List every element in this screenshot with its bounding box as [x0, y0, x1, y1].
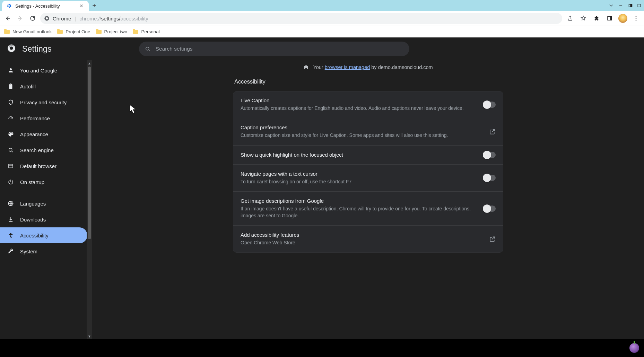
bookmark-item[interactable]: New Gmail outlook: [4, 29, 52, 34]
globe-icon: [8, 200, 14, 207]
sidebar-item-label: You and Google: [20, 68, 57, 73]
bookmarks-bar: New Gmail outlook Project One Project tw…: [0, 26, 644, 37]
profile-avatar[interactable]: [618, 13, 628, 24]
image-descriptions-toggle[interactable]: [483, 206, 496, 212]
sidebar-item-downloads[interactable]: Downloads: [0, 211, 87, 227]
sidebar-item-search-engine[interactable]: Search engine: [0, 142, 87, 158]
row-subtitle: Automatically creates captions for Engli…: [241, 105, 477, 112]
sidebar-item-label: Privacy and security: [20, 99, 67, 105]
live-caption-toggle[interactable]: [483, 102, 496, 108]
window-minimize-button[interactable]: [618, 3, 623, 8]
browser-tab[interactable]: Settings - Accessibility: [2, 1, 89, 11]
omnibox-url: chrome://settings/accessibility: [79, 16, 148, 21]
sidebar-item-system[interactable]: System: [0, 243, 87, 259]
row-subtitle: Customize caption size and style for Liv…: [241, 132, 482, 139]
managed-banner: Your browser is managed by demo.damsoncl…: [92, 60, 644, 76]
search-icon: [145, 46, 151, 52]
sidebar-item-languages[interactable]: Languages: [0, 195, 87, 211]
managed-link[interactable]: browser is managed: [325, 64, 370, 70]
svg-rect-14: [9, 164, 13, 168]
svg-point-4: [46, 17, 48, 19]
sidebar-item-label: System: [20, 249, 37, 254]
row-caption-preferences[interactable]: Caption preferences Customize caption si…: [233, 118, 503, 145]
sidebar-item-on-startup[interactable]: On startup: [0, 174, 87, 190]
sidebar-item-default-browser[interactable]: Default browser: [0, 158, 87, 174]
focus-highlight-toggle[interactable]: [483, 152, 496, 158]
svg-rect-1: [629, 5, 630, 7]
row-title: Navigate pages with a text cursor: [241, 171, 477, 177]
scroll-down-icon[interactable]: ▼: [87, 333, 92, 339]
scrollbar-thumb[interactable]: [88, 67, 91, 239]
svg-point-12: [146, 47, 149, 50]
extensions-button[interactable]: [591, 13, 602, 24]
row-subtitle: To turn caret browsing on or off, use th…: [241, 178, 477, 185]
window-maximize-icon[interactable]: [637, 3, 641, 8]
bookmark-item[interactable]: Personal: [133, 29, 159, 34]
row-subtitle: If an image doesn't have a useful descri…: [241, 205, 477, 219]
back-button[interactable]: [3, 14, 12, 23]
row-title: Caption preferences: [241, 124, 482, 130]
svg-point-7: [636, 16, 637, 17]
person-icon: [8, 67, 14, 73]
accessibility-icon: [8, 232, 14, 238]
window-restore-icon[interactable]: [627, 3, 634, 8]
svg-rect-6: [610, 17, 612, 20]
window-snap-group: [627, 3, 641, 8]
avatar-icon: [618, 14, 627, 23]
open-external-icon: [489, 128, 496, 135]
site-identity[interactable]: Chrome: [44, 15, 71, 21]
chrome-menu-button[interactable]: [631, 13, 641, 24]
side-panel-button[interactable]: [604, 13, 615, 24]
wrench-icon: [8, 248, 14, 254]
page-title: Settings: [22, 44, 52, 54]
section-heading: Accessibility: [234, 78, 503, 85]
forward-button[interactable]: [15, 14, 25, 23]
sidebar-item-label: Appearance: [20, 131, 48, 137]
sidebar-item-you-and-google[interactable]: You and Google: [0, 62, 87, 78]
sidebar-item-label: Performance: [20, 115, 50, 121]
sidebar-item-autofill[interactable]: Autofill: [0, 78, 87, 94]
taskbar-app-icon[interactable]: [629, 343, 639, 353]
window-icon: [8, 163, 14, 169]
clipboard-icon: [8, 83, 14, 89]
row-title: Live Caption: [241, 97, 477, 103]
scroll-up-icon[interactable]: ▲: [87, 60, 92, 66]
bookmark-star-button[interactable]: [578, 13, 589, 24]
row-add-accessibility-features[interactable]: Add accessibility features Open Chrome W…: [233, 226, 503, 252]
sidebar-item-label: Default browser: [20, 163, 56, 169]
settings-card: Live Caption Automatically creates capti…: [233, 91, 503, 253]
text-cursor-toggle[interactable]: [483, 175, 496, 181]
window-title-bar: Settings - Accessibility: [0, 0, 644, 11]
gear-icon: [6, 3, 12, 9]
close-tab-button[interactable]: [78, 3, 85, 9]
omnibox-separator: |: [75, 16, 76, 21]
sidebar-scrollbar[interactable]: ▲ ▼: [87, 60, 92, 339]
download-icon: [8, 216, 14, 223]
sidebar-item-label: Accessibility: [20, 233, 49, 238]
new-tab-button[interactable]: [89, 0, 100, 11]
title-bar-drag-region[interactable]: [100, 0, 608, 11]
bookmark-item[interactable]: Project One: [57, 29, 90, 34]
sidebar-item-privacy-security[interactable]: Privacy and security: [0, 94, 87, 110]
sidebar-separator: [0, 190, 92, 195]
reload-button[interactable]: [28, 14, 37, 23]
share-button[interactable]: [565, 13, 575, 24]
row-focus-highlight: Show a quick highlight on the focused ob…: [233, 146, 503, 165]
settings-header: Settings: [0, 37, 644, 60]
svg-point-11: [10, 46, 13, 50]
sidebar-item-performance[interactable]: Performance: [0, 110, 87, 126]
address-bar[interactable]: Chrome | chrome://settings/accessibility: [40, 13, 562, 24]
settings-app: Settings You and Google Autofill: [0, 37, 644, 339]
tab-search-button[interactable]: [608, 2, 614, 9]
sidebar-item-label: Search engine: [20, 147, 54, 153]
bookmark-item[interactable]: Project two: [96, 29, 128, 34]
sidebar-item-accessibility[interactable]: Accessibility: [0, 227, 87, 243]
settings-search-input[interactable]: [156, 46, 404, 52]
bookmark-label: Project One: [66, 29, 90, 34]
settings-search[interactable]: [139, 42, 409, 56]
settings-content: Your browser is managed by demo.damsoncl…: [92, 60, 644, 339]
row-live-caption: Live Caption Automatically creates capti…: [233, 91, 503, 118]
sidebar-item-appearance[interactable]: Appearance: [0, 126, 87, 142]
row-text-cursor: Navigate pages with a text cursor To tur…: [233, 165, 503, 192]
browser-toolbar: Chrome | chrome://settings/accessibility: [0, 11, 644, 26]
